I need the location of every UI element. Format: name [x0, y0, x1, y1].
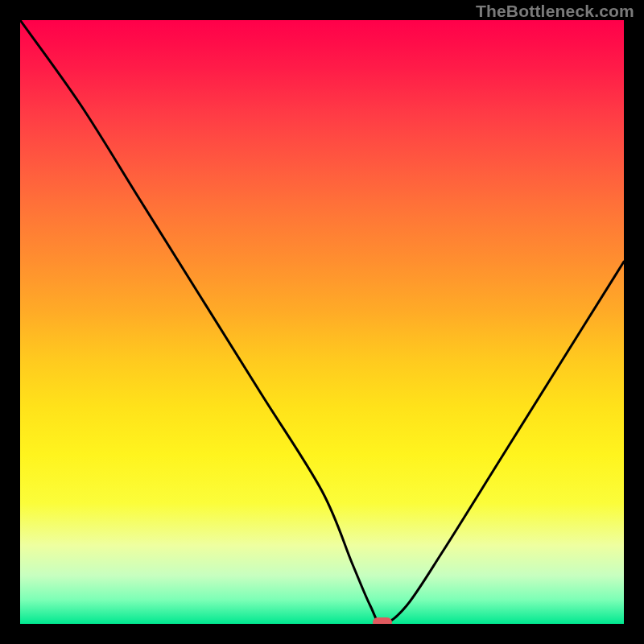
bottleneck-curve-svg: [20, 20, 624, 624]
optimal-marker: [373, 617, 392, 624]
chart-frame: TheBottleneck.com: [0, 0, 644, 644]
watermark-text: TheBottleneck.com: [476, 2, 634, 21]
plot-area: [20, 20, 624, 624]
bottleneck-curve-path: [20, 20, 624, 624]
